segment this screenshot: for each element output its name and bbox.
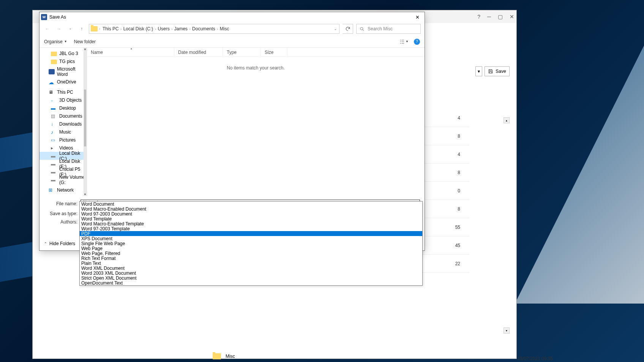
breadcrumb-localdiskc[interactable]: Local Disk (C:) bbox=[123, 26, 154, 31]
svg-point-0 bbox=[360, 27, 363, 30]
authors-label: Authors: bbox=[44, 219, 80, 225]
breadcrumb-misc[interactable]: Misc bbox=[219, 26, 230, 31]
tree-scrollbar-thumb[interactable] bbox=[84, 90, 86, 146]
save-icon bbox=[488, 69, 493, 74]
tree-item-thispc[interactable]: This PC bbox=[39, 88, 87, 96]
breadcrumb-thispc[interactable]: This PC bbox=[102, 26, 120, 31]
down-icon bbox=[51, 121, 57, 127]
type-option-pdf[interactable]: PDF bbox=[80, 231, 422, 236]
drive-icon bbox=[51, 161, 57, 167]
pic-icon bbox=[51, 137, 57, 143]
type-option-wordxmldocument[interactable]: Word XML Document bbox=[80, 266, 422, 271]
desk-icon bbox=[51, 105, 57, 111]
tree-item-onedrive[interactable]: OneDrive bbox=[39, 78, 87, 86]
address-dropdown-icon[interactable]: ⌄ bbox=[334, 27, 337, 31]
type-option-xpsdocument[interactable]: XPS Document bbox=[80, 236, 422, 241]
tree-item-music[interactable]: Music bbox=[39, 128, 87, 136]
file-list: Name▴ Date modified Type Size No items m… bbox=[87, 48, 425, 196]
type-option-webpagefiltered[interactable]: Web Page, Filtered bbox=[80, 251, 422, 256]
tree-item-pictures[interactable]: Pictures bbox=[39, 136, 87, 144]
help-icon[interactable]: ? bbox=[414, 39, 420, 45]
drive-icon bbox=[51, 177, 57, 183]
hide-folders-button[interactable]: ⌃ Hide Folders bbox=[44, 241, 75, 246]
new-folder-button[interactable]: New folder bbox=[74, 39, 96, 44]
type-option-wordtemplate[interactable]: Word Template bbox=[80, 216, 422, 221]
minimize-icon[interactable]: ─ bbox=[487, 14, 491, 20]
type-option-strictopenxmldocument[interactable]: Strict Open XML Document bbox=[80, 275, 422, 280]
net-icon bbox=[49, 187, 55, 193]
save-button-label: Save bbox=[496, 69, 506, 74]
save-type-dropdown: Word DocumentWord Macro-Enabled Document… bbox=[79, 201, 423, 286]
tree-item-newvolumeg[interactable]: New Volume (G: bbox=[39, 176, 87, 184]
pc-icon bbox=[49, 90, 55, 95]
folder-icon bbox=[213, 353, 221, 359]
tree-item-desktop[interactable]: Desktop bbox=[39, 104, 87, 112]
maximize-icon[interactable]: ▢ bbox=[498, 14, 503, 20]
column-type[interactable]: Type bbox=[223, 48, 261, 57]
breadcrumb-users[interactable]: Users bbox=[157, 26, 170, 31]
column-size[interactable]: Size bbox=[261, 48, 287, 57]
type-option-singlefilewebpage[interactable]: Single File Web Page bbox=[80, 241, 422, 246]
address-bar[interactable]: › This PC › Local Disk (C:) › Users › Ja… bbox=[89, 24, 339, 34]
file-name-label: File name: bbox=[44, 201, 80, 206]
tree-item-tgpics[interactable]: TG pics bbox=[39, 57, 87, 65]
type-option-word2003xmldocument[interactable]: Word 2003 XML Document bbox=[80, 271, 422, 275]
type-option-wordmacroenabledtemplate[interactable]: Word Macro-Enabled Template bbox=[80, 221, 422, 226]
scroll-up-icon[interactable]: ▴ bbox=[504, 117, 510, 123]
organise-button[interactable]: Organise▼ bbox=[44, 39, 67, 44]
empty-message: No items match your search. bbox=[87, 57, 425, 79]
dialog-titlebar: W Save As ✕ bbox=[39, 12, 425, 22]
breadcrumb-documents[interactable]: Documents bbox=[191, 26, 216, 31]
tree-item-microsoftword[interactable]: Microsoft Word bbox=[39, 68, 87, 76]
tree-item-downloads[interactable]: Downloads bbox=[39, 120, 87, 128]
refresh-button[interactable] bbox=[343, 24, 353, 34]
folder-icon bbox=[91, 26, 98, 31]
save-dropdown-toggle[interactable]: ▾ bbox=[475, 66, 482, 76]
type-option-word972003document[interactable]: Word 97-2003 Document bbox=[80, 211, 422, 216]
search-icon bbox=[360, 27, 365, 31]
close-icon[interactable]: ✕ bbox=[510, 14, 514, 20]
drive-icon bbox=[51, 153, 57, 159]
folder-icon bbox=[51, 51, 57, 56]
word-icon bbox=[49, 69, 55, 74]
column-date[interactable]: Date modified bbox=[174, 48, 223, 57]
chevron-up-icon: ⌃ bbox=[44, 242, 47, 246]
type-option-word972003template[interactable]: Word 97-2003 Template bbox=[80, 226, 422, 231]
background-folder-row: Misc bbox=[213, 351, 235, 362]
background-folder-name: Misc bbox=[226, 354, 235, 359]
up-button[interactable]: ↑ bbox=[77, 25, 86, 33]
folder-icon bbox=[51, 59, 57, 64]
type-option-plaintext[interactable]: Plain Text bbox=[80, 261, 422, 266]
obj-icon bbox=[51, 98, 57, 103]
word-app-icon: W bbox=[41, 14, 47, 20]
save-button[interactable]: Save bbox=[485, 66, 510, 76]
type-option-richtextformat[interactable]: Rich Text Format bbox=[80, 256, 422, 261]
search-input[interactable]: Search Misc bbox=[356, 24, 421, 34]
search-placeholder: Search Misc bbox=[368, 26, 393, 31]
type-option-worddocument[interactable]: Word Document bbox=[80, 201, 422, 206]
close-button[interactable]: ✕ bbox=[412, 13, 423, 21]
forward-button[interactable]: → bbox=[55, 25, 63, 33]
tree-item-3dobjects[interactable]: 3D Objects bbox=[39, 96, 87, 104]
vid-icon bbox=[51, 145, 57, 151]
scroll-down-icon[interactable]: ▾ bbox=[504, 327, 510, 334]
music-icon bbox=[51, 129, 57, 135]
tree-item-documents[interactable]: Documents bbox=[39, 112, 87, 120]
breadcrumb-james[interactable]: James bbox=[174, 26, 188, 31]
background-date: 15/07/2021 09:35 bbox=[518, 356, 553, 361]
refresh-icon bbox=[345, 26, 350, 31]
tree-item-network[interactable]: Network bbox=[39, 186, 87, 194]
back-button[interactable]: ← bbox=[43, 25, 52, 33]
tree-item-jblgo3[interactable]: JBL Go 3 bbox=[39, 49, 87, 57]
doc-icon bbox=[51, 113, 57, 119]
help-icon[interactable]: ? bbox=[477, 14, 480, 20]
dialog-title: Save As bbox=[49, 14, 66, 20]
recent-button[interactable]: ▾ bbox=[66, 25, 74, 33]
drive-icon bbox=[51, 169, 57, 175]
column-name[interactable]: Name▴ bbox=[87, 48, 174, 57]
save-type-label: Save as type: bbox=[44, 211, 80, 216]
view-options-button[interactable]: ▼ bbox=[399, 39, 409, 44]
type-option-wordmacroenableddocument[interactable]: Word Macro-Enabled Document bbox=[80, 206, 422, 211]
type-option-opendocumenttext[interactable]: OpenDocument Text bbox=[80, 280, 422, 285]
type-option-webpage[interactable]: Web Page bbox=[80, 246, 422, 251]
